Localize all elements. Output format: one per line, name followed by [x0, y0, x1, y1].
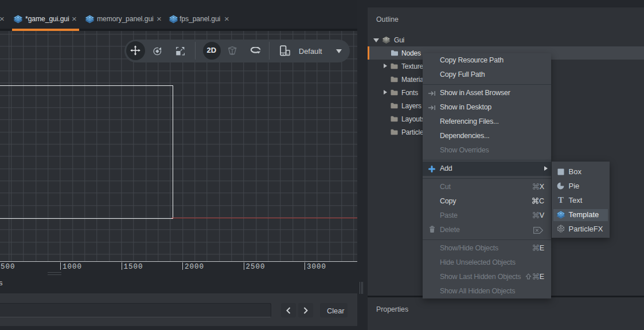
svg-text:T: T: [557, 196, 563, 204]
